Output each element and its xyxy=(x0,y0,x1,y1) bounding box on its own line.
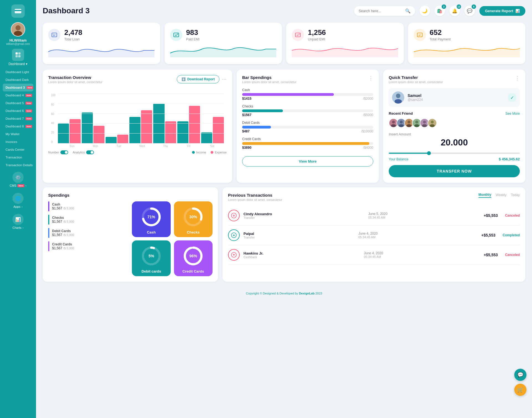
sidebar-item-invoices[interactable]: Invoices xyxy=(3,138,33,146)
number-legend-label: Number xyxy=(48,151,59,154)
bar-group-5 xyxy=(177,106,200,143)
sidebar-item-my-wallet[interactable]: My Wallet xyxy=(3,130,33,138)
sidebar-item-dashboard-4[interactable]: Dashboard 4 New xyxy=(3,91,33,99)
bar-spendings-menu[interactable]: ⋮ xyxy=(368,75,373,81)
spending-current-0: $1415 xyxy=(242,97,251,101)
search-box[interactable]: 🔍 xyxy=(354,6,415,16)
trans-date-info-2: June 4, 2020 05:34:45 AM xyxy=(364,251,383,258)
analytics-legend-label: Analytics xyxy=(73,151,85,154)
spending-name-2: Debit Cards xyxy=(52,229,129,233)
trans-tab-today[interactable]: Today xyxy=(511,193,520,198)
unpaid-emi-label: Unpaid EMI xyxy=(308,37,326,41)
transaction-overview-card: Transaction Overview Lorem ipsum dolor s… xyxy=(43,70,232,183)
trans-tab-weekly[interactable]: Weekly xyxy=(496,193,507,198)
chat-btn[interactable]: 💬 5 xyxy=(464,6,475,16)
bar-coral-1 xyxy=(93,126,104,143)
donut-card-1: 30% Checks xyxy=(174,201,213,237)
transfer-now-btn[interactable]: TRANSFER NOW xyxy=(389,165,520,177)
quick-transfer-menu[interactable]: ⋮ xyxy=(515,75,520,81)
donut-label-3: Credit Cards xyxy=(182,269,204,273)
donut-svg-1: 30% xyxy=(182,206,204,228)
sidebar-item-dashboard-3[interactable]: Dashboard 3 New xyxy=(3,84,33,91)
dashboard-section-label[interactable]: Dashboard ▾ xyxy=(9,62,28,66)
chart-legend: Number Analytics Income Expense xyxy=(48,150,227,154)
spending-bar-label-1: Checks xyxy=(242,104,373,108)
svg-point-33 xyxy=(422,124,427,127)
stat-card-total-loan: 2,478 Total Loan xyxy=(43,23,160,64)
sidebar-item-dashboard-5[interactable]: Dashboard 5 New xyxy=(3,99,33,107)
transaction-overview-menu[interactable]: ⋯ xyxy=(222,76,227,82)
float-cart-btn[interactable]: 🛒 xyxy=(514,384,526,396)
balance-label: Your Balance xyxy=(389,157,408,161)
spendings-list: Cash $1,567 /$ 5,000 Checks $1,567 /$ 5,… xyxy=(48,201,129,255)
sidebar-item-transaction-details[interactable]: Transaction Details xyxy=(3,161,33,169)
cart-btn[interactable]: 🛍️ 2 xyxy=(434,6,445,16)
float-chat-btn[interactable]: 💬 xyxy=(514,369,526,381)
bar-teal-1 xyxy=(82,112,93,143)
sidebar-item-dashboard-light[interactable]: Dashboard Light xyxy=(3,68,33,76)
quick-transfer-subtitle: Lorem ipsum dolor sit amet, consectetur xyxy=(389,80,443,84)
prev-trans-subtitle: Lorem ipsum dolor sit amet, consectetur xyxy=(228,198,282,201)
svg-rect-7 xyxy=(16,55,18,57)
spending-total-0: /$2000 xyxy=(363,97,373,101)
download-icon: ⬇️ xyxy=(181,77,186,81)
spending-current-1: $1567 xyxy=(242,113,251,117)
trans-status-0: Canceled xyxy=(505,214,520,217)
amount-slider[interactable] xyxy=(389,153,520,154)
bar-day-6: Sat xyxy=(201,145,224,148)
bar-coral-2 xyxy=(117,135,128,143)
stat-card-paid-emi: 983 Paid EMI xyxy=(165,23,282,64)
sidebar-item-dashboard-7[interactable]: Dashboard 7 New xyxy=(3,115,33,122)
bar-coral-5 xyxy=(189,106,200,143)
sidebar-item-dashboard-dark[interactable]: Dashboard Dark xyxy=(3,76,33,84)
quick-transfer-card: Quick Transfer Lorem ipsum dolor sit ame… xyxy=(383,70,525,183)
friend-avatar-6[interactable] xyxy=(428,118,437,128)
trans-date-2: June 4, 2020 xyxy=(364,251,383,255)
trans-date-0: June 5, 2020 xyxy=(368,212,387,216)
sidebar-section-charts[interactable]: 📊 Charts › xyxy=(12,213,24,230)
spending-bar-fill-2 xyxy=(242,126,271,129)
bar-teal-3 xyxy=(129,117,140,143)
spending-bar-item-0: Cash $1415 /$2000 xyxy=(242,88,373,101)
number-toggle[interactable] xyxy=(60,150,68,154)
sidebar-item-dashboard-6[interactable]: Dashboard 6 New xyxy=(3,107,33,115)
bar-coral-4 xyxy=(165,121,176,143)
sidebar-section-apps[interactable]: 🌐 Apps › xyxy=(12,192,24,209)
sidebar-item-transaction[interactable]: Transaction xyxy=(3,153,33,161)
spending-bar-fill-3 xyxy=(242,142,369,145)
trans-type-2: Cashback xyxy=(244,255,264,259)
bar-day-1: Mon xyxy=(84,145,107,148)
sidebar-item-dashboard-8[interactable]: Dashboard 8 New xyxy=(3,122,33,130)
spending-amt-2: $1,567 xyxy=(52,233,62,237)
trans-tab-monthly[interactable]: Monthly xyxy=(479,193,491,198)
trans-icon-2 xyxy=(228,249,240,261)
spending-bar-fill-0 xyxy=(242,93,334,96)
theme-toggle-btn[interactable]: 🌙 xyxy=(420,6,430,16)
generate-report-btn[interactable]: Generate Report 📊 xyxy=(479,6,525,16)
trans-date-1: June 4, 2020 xyxy=(358,232,377,235)
page-title: Dashboard 3 xyxy=(43,6,90,15)
bell-btn[interactable]: 🔔 12 xyxy=(449,6,460,16)
transaction-item-1: Paipal Transfer June 4, 2020 05:34:45 AM… xyxy=(228,225,520,245)
stat-card-total-payment: 652 Total Payment xyxy=(408,23,526,64)
unpaid-emi-value: 1,256 xyxy=(308,28,326,37)
sidebar-logo[interactable] xyxy=(11,4,25,18)
bar-coral-6 xyxy=(213,117,224,143)
trans-time-0: 05:34:45 AM xyxy=(368,216,387,219)
spending-current-2: $487 xyxy=(242,129,250,133)
view-more-btn[interactable]: View More xyxy=(242,156,373,166)
spending-bar-item-3: Credit Cards $3890 /$4000 xyxy=(242,137,373,150)
see-more-btn[interactable]: See More xyxy=(505,112,520,116)
bar-group-1 xyxy=(82,112,104,143)
donut-pct-1: 30% xyxy=(189,215,197,219)
download-report-btn[interactable]: ⬇️ Download Report xyxy=(177,75,219,83)
spending-color-0 xyxy=(48,201,49,211)
search-input[interactable] xyxy=(359,9,403,13)
header: Dashboard 3 🔍 🌙 🛍️ 2 🔔 12 💬 5 Ge xyxy=(43,6,525,16)
spending-amt-1: $1,567 xyxy=(52,220,62,224)
sidebar-item-cards-center[interactable]: Cards Center xyxy=(3,146,33,153)
dashboard-icon[interactable] xyxy=(12,49,24,61)
sidebar-section-cms[interactable]: ⚙️ CMS New › xyxy=(10,171,27,188)
trans-time-2: 05:34:45 AM xyxy=(364,255,383,258)
analytics-toggle[interactable] xyxy=(86,150,94,154)
